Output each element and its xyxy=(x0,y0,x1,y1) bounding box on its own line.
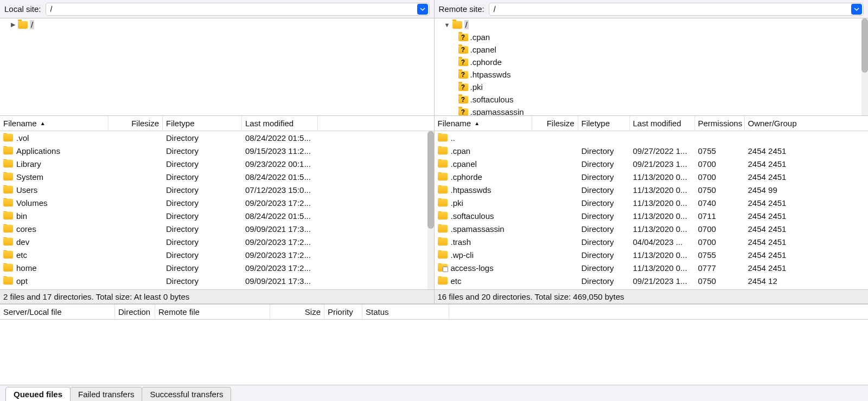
filetype: Directory xyxy=(163,276,242,286)
remote-tree[interactable]: ▼ / .cpan.cpanel.cphorde.htpasswds.pki.s… xyxy=(435,18,869,116)
table-row[interactable]: SystemDirectory08/24/2022 01:5... xyxy=(0,170,434,183)
permissions: 0700 xyxy=(695,224,745,234)
table-row[interactable]: optDirectory09/09/2021 17:3... xyxy=(0,274,434,287)
table-row[interactable]: .pkiDirectory11/13/2020 0...07402454 245… xyxy=(435,196,869,209)
table-row[interactable]: ApplicationsDirectory09/15/2023 11:2... xyxy=(0,144,434,157)
table-row[interactable]: binDirectory08/24/2022 01:5... xyxy=(0,209,434,222)
table-row[interactable]: .volDirectory08/24/2022 01:5... xyxy=(0,131,434,144)
filetype: Directory xyxy=(578,224,630,234)
modified: 09/09/2021 17:3... xyxy=(242,276,318,286)
tree-row[interactable]: ▼ / xyxy=(435,18,869,31)
tree-root-label: / xyxy=(464,20,469,29)
table-row[interactable]: .wp-cliDirectory11/13/2020 0...07552454 … xyxy=(435,248,869,261)
disclosure-open-icon[interactable]: ▼ xyxy=(444,22,450,28)
folder-icon xyxy=(3,134,13,141)
owner-group: 2454 99 xyxy=(745,185,799,195)
table-row[interactable]: .softaculousDirectory11/13/2020 0...0711… xyxy=(435,209,869,222)
permissions: 0750 xyxy=(695,185,745,195)
local-path-input[interactable] xyxy=(50,5,417,14)
col-modified[interactable]: Last modified xyxy=(242,116,318,131)
col-filetype[interactable]: Filetype xyxy=(163,116,242,131)
chevron-down-icon[interactable] xyxy=(417,4,428,15)
permissions: 0700 xyxy=(695,237,745,247)
tab-successful-transfers[interactable]: Successful transfers xyxy=(142,387,231,401)
col-permissions[interactable]: Permissions xyxy=(695,116,745,131)
filename: access-logs xyxy=(451,263,494,273)
folder-icon xyxy=(3,264,13,271)
filename: .cpanel xyxy=(451,159,477,169)
table-row[interactable]: homeDirectory09/20/2023 17:2... xyxy=(0,261,434,274)
disclosure-closed-icon[interactable]: ▶ xyxy=(10,21,16,28)
scrollbar-vertical[interactable] xyxy=(861,18,868,115)
filetype: Directory xyxy=(163,224,242,234)
tree-row[interactable]: .spamassassin xyxy=(435,106,869,116)
sort-asc-icon: ▲ xyxy=(474,120,480,126)
owner-group: 2454 2451 xyxy=(745,263,799,273)
table-row[interactable]: .htpasswdsDirectory11/13/2020 0...075024… xyxy=(435,183,869,196)
remote-path-combo[interactable] xyxy=(489,3,864,16)
queue-tabs: Queued files Failed transfers Successful… xyxy=(0,385,868,401)
filename: etc xyxy=(451,276,462,286)
table-row[interactable]: VolumesDirectory09/20/2023 17:2... xyxy=(0,196,434,209)
tree-row[interactable]: ▶ / xyxy=(0,18,434,31)
tree-item-label: .pki xyxy=(470,82,483,92)
tree-row[interactable]: .htpasswds xyxy=(435,68,869,81)
col-filename[interactable]: Filename▲ xyxy=(435,116,532,131)
tree-row[interactable]: .cpan xyxy=(435,31,869,43)
table-row[interactable]: .. xyxy=(435,131,869,144)
table-row[interactable]: .trashDirectory04/04/2023 ...07002454 24… xyxy=(435,235,869,248)
table-row[interactable]: etcDirectory09/20/2023 17:2... xyxy=(0,248,434,261)
scrollbar-thumb[interactable] xyxy=(861,18,868,73)
local-file-list: Filename▲ Filesize Filetype Last modifie… xyxy=(0,116,434,303)
local-rows[interactable]: .volDirectory08/24/2022 01:5...Applicati… xyxy=(0,131,434,289)
table-row[interactable]: .spamassassinDirectory11/13/2020 0...070… xyxy=(435,222,869,235)
col-modified[interactable]: Last modified xyxy=(630,116,695,131)
col-remote-file[interactable]: Remote file xyxy=(155,305,270,319)
tree-row[interactable]: .pki xyxy=(435,81,869,93)
table-row[interactable]: .cphordeDirectory11/13/2020 0...07002454… xyxy=(435,170,869,183)
col-server-local[interactable]: Server/Local file xyxy=(0,305,115,319)
tab-failed-transfers[interactable]: Failed transfers xyxy=(70,387,142,401)
folder-unknown-icon xyxy=(458,46,468,54)
col-filetype[interactable]: Filetype xyxy=(578,116,630,131)
col-direction[interactable]: Direction xyxy=(115,305,155,319)
col-filename[interactable]: Filename▲ xyxy=(0,116,108,131)
tree-row[interactable]: .cphorde xyxy=(435,56,869,68)
table-row[interactable]: devDirectory09/20/2023 17:2... xyxy=(0,235,434,248)
table-row[interactable]: etcDirectory09/21/2023 1...07502454 12 xyxy=(435,274,869,287)
col-filesize[interactable]: Filesize xyxy=(108,116,163,131)
scrollbar-thumb[interactable] xyxy=(427,131,434,229)
local-path-combo[interactable] xyxy=(46,3,430,16)
table-row[interactable]: coresDirectory09/09/2021 17:3... xyxy=(0,222,434,235)
queue-body[interactable] xyxy=(0,320,868,385)
col-status[interactable]: Status xyxy=(362,305,449,319)
table-row[interactable]: LibraryDirectory09/23/2022 00:1... xyxy=(0,157,434,170)
modified: 04/04/2023 ... xyxy=(630,237,695,247)
col-filesize[interactable]: Filesize xyxy=(532,116,578,131)
table-row[interactable]: access-logsDirectory11/13/2020 0...07772… xyxy=(435,261,869,274)
remote-rows[interactable]: ...cpanDirectory09/27/2022 1...07552454 … xyxy=(435,131,869,289)
folder-icon xyxy=(438,277,448,284)
modified: 11/13/2020 0... xyxy=(630,172,695,182)
table-row[interactable]: UsersDirectory07/12/2023 15:0... xyxy=(0,183,434,196)
col-owner[interactable]: Owner/Group xyxy=(745,116,799,131)
chevron-down-icon[interactable] xyxy=(851,4,862,15)
filename: System xyxy=(16,172,43,182)
local-tree[interactable]: ▶ / xyxy=(0,18,434,116)
filename: .cpan xyxy=(451,146,471,156)
tab-queued-files[interactable]: Queued files xyxy=(5,387,71,401)
col-priority[interactable]: Priority xyxy=(324,305,362,319)
scrollbar-vertical[interactable] xyxy=(427,131,434,289)
tree-row[interactable]: .cpanel xyxy=(435,43,869,56)
permissions: 0711 xyxy=(695,211,745,221)
permissions: 0700 xyxy=(695,159,745,169)
table-row[interactable]: .cpanDirectory09/27/2022 1...07552454 24… xyxy=(435,144,869,157)
table-row[interactable]: .cpanelDirectory09/21/2023 1...07002454 … xyxy=(435,157,869,170)
modified: 07/12/2023 15:0... xyxy=(242,185,318,195)
owner-group: 2454 2451 xyxy=(745,211,799,221)
col-size[interactable]: Size xyxy=(270,305,324,319)
remote-path-input[interactable] xyxy=(494,5,851,14)
tree-row[interactable]: .softaculous xyxy=(435,93,869,106)
filename: .softaculous xyxy=(451,211,494,221)
modified: 08/24/2022 01:5... xyxy=(242,211,318,221)
